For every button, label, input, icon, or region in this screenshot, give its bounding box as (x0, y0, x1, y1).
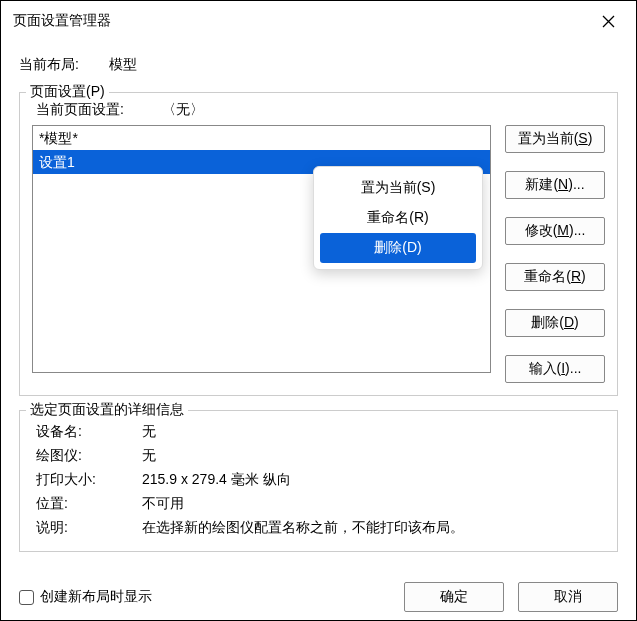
location-label: 位置: (32, 491, 142, 515)
cancel-button[interactable]: 取消 (518, 582, 618, 612)
close-button[interactable] (592, 9, 624, 33)
page-setup-listbox[interactable]: *模型* 设置1 置为当前(S) 重命名(R) 删除(D) (32, 125, 491, 373)
desc-label: 说明: (32, 515, 142, 539)
new-button[interactable]: 新建(N)... (505, 171, 605, 199)
context-set-current[interactable]: 置为当前(S) (320, 173, 476, 203)
plotter-value: 无 (142, 443, 156, 467)
context-rename[interactable]: 重命名(R) (320, 203, 476, 233)
size-value: 215.9 x 279.4 毫米 纵向 (142, 467, 291, 491)
show-on-new-layout-label: 创建新布局时显示 (40, 588, 152, 606)
current-layout-label: 当前布局: (19, 56, 109, 74)
list-item[interactable]: *模型* (33, 126, 490, 150)
location-value: 不可用 (142, 491, 184, 515)
page-setup-legend: 页面设置(P) (26, 83, 109, 101)
device-label: 设备名: (32, 419, 142, 443)
size-label: 打印大小: (32, 467, 142, 491)
details-legend: 选定页面设置的详细信息 (26, 401, 188, 419)
set-current-button[interactable]: 置为当前(S) (505, 125, 605, 153)
current-page-setup-label: 当前页面设置: (32, 101, 162, 119)
desc-value: 在选择新的绘图仪配置名称之前，不能打印该布局。 (142, 515, 464, 539)
context-delete[interactable]: 删除(D) (320, 233, 476, 263)
ok-button[interactable]: 确定 (404, 582, 504, 612)
rename-button[interactable]: 重命名(R) (505, 263, 605, 291)
context-menu: 置为当前(S) 重命名(R) 删除(D) (313, 166, 483, 270)
plotter-label: 绘图仪: (32, 443, 142, 467)
show-on-new-layout-checkbox[interactable] (19, 590, 34, 605)
modify-button[interactable]: 修改(M)... (505, 217, 605, 245)
current-layout-value: 模型 (109, 56, 137, 74)
close-icon (602, 15, 615, 28)
current-page-setup-value: 〈无〉 (162, 101, 204, 119)
delete-button[interactable]: 删除(D) (505, 309, 605, 337)
import-button[interactable]: 输入(I)... (505, 355, 605, 383)
dialog-title: 页面设置管理器 (13, 12, 111, 30)
device-value: 无 (142, 419, 156, 443)
